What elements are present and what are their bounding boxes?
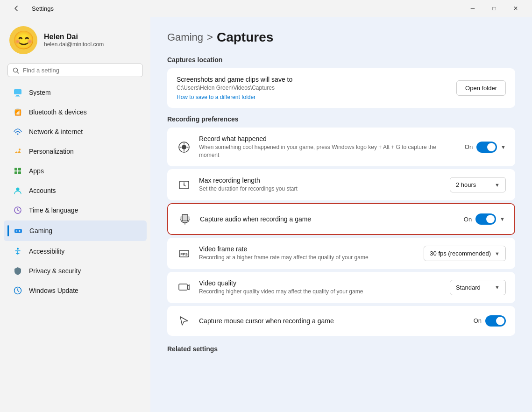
svg-rect-27 xyxy=(179,284,187,290)
sidebar-item-bluetooth-label: Bluetooth & devices xyxy=(29,108,87,116)
svg-line-1 xyxy=(17,71,19,73)
capture-mouse-card: Capture mouse cursor when recording a ga… xyxy=(167,306,515,336)
svg-rect-10 xyxy=(18,168,21,170)
search-icon xyxy=(13,67,19,74)
max-recording-length-value: 2 hours xyxy=(456,181,476,188)
max-recording-length-dropdown[interactable]: 2 hours ▼ xyxy=(450,177,506,192)
svg-text:FPS: FPS xyxy=(180,252,188,256)
max-recording-length-row: Max recording length Set the duration fo… xyxy=(167,169,515,200)
recording-preferences-title: Recording preferences xyxy=(167,115,515,123)
video-quality-icon xyxy=(177,280,192,295)
capture-audio-label: Capture audio when recording a game xyxy=(200,215,456,223)
capture-mouse-text: Capture mouse cursor when recording a ga… xyxy=(199,317,466,325)
record-what-happened-desc: When something cool happened in your gam… xyxy=(199,143,457,159)
open-folder-button[interactable]: Open folder xyxy=(456,80,506,96)
sidebar-item-windows-update-label: Windows Update xyxy=(29,287,78,294)
svg-text:📶: 📶 xyxy=(14,109,21,116)
captures-location-row: Screenshots and game clips will save to … xyxy=(167,68,515,108)
record-what-happened-chevron[interactable]: ▼ xyxy=(501,144,506,150)
svg-rect-11 xyxy=(14,171,17,174)
video-frame-rate-label: Video frame rate xyxy=(199,245,416,253)
apps-icon xyxy=(13,166,22,176)
sidebar-item-accessibility-label: Accessibility xyxy=(29,248,64,255)
privacy-icon xyxy=(13,266,22,276)
titlebar: Settings ─ □ ✕ xyxy=(0,0,532,17)
sidebar: 😊 Helen Dai helen.dai@minitool.com Syste… xyxy=(0,17,150,412)
video-quality-text: Video quality Recording higher quality v… xyxy=(199,279,442,296)
svg-point-17 xyxy=(17,248,19,250)
minimize-button[interactable]: ─ xyxy=(462,0,483,17)
max-recording-length-text: Max recording length Set the duration fo… xyxy=(199,177,442,193)
captures-location-section: Captures location Screenshots and game c… xyxy=(167,56,515,108)
captures-location-link[interactable]: How to save to a different folder xyxy=(177,94,449,100)
video-frame-rate-action: 30 fps (recommended) ▼ xyxy=(424,246,506,261)
bluetooth-icon: 📶 xyxy=(13,107,22,117)
video-quality-action: Standard ▼ xyxy=(450,280,506,295)
capture-mouse-action: On xyxy=(474,315,506,327)
sidebar-item-time[interactable]: Time & language xyxy=(4,201,147,220)
search-box[interactable] xyxy=(7,64,143,77)
sidebar-item-apps[interactable]: Apps xyxy=(4,162,147,180)
content-area: Gaming > Captures Captures location Scre… xyxy=(150,17,532,412)
max-recording-length-card: Max recording length Set the duration fo… xyxy=(167,169,515,200)
max-recording-length-chevron-icon: ▼ xyxy=(495,182,500,188)
capture-mouse-row: Capture mouse cursor when recording a ga… xyxy=(167,306,515,336)
main-container: 😊 Helen Dai helen.dai@minitool.com Syste… xyxy=(0,17,532,412)
search-input[interactable] xyxy=(23,67,138,74)
avatar-emoji: 😊 xyxy=(13,31,35,49)
breadcrumb-separator: > xyxy=(207,31,213,43)
breadcrumb: Gaming > Captures xyxy=(167,30,515,45)
video-frame-rate-icon: FPS xyxy=(177,246,192,261)
sidebar-item-personalization[interactable]: Personalization xyxy=(4,142,147,161)
sidebar-item-windows-update[interactable]: Windows Update xyxy=(4,281,147,300)
video-frame-rate-value: 30 fps (recommended) xyxy=(430,250,491,257)
sidebar-item-system-label: System xyxy=(29,89,51,96)
video-frame-rate-card: FPS Video frame rate Recording at a high… xyxy=(167,238,515,269)
sidebar-item-personalization-label: Personalization xyxy=(29,148,74,155)
sidebar-item-gaming-label: Gaming xyxy=(29,227,52,234)
svg-point-13 xyxy=(16,188,20,191)
svg-rect-2 xyxy=(14,89,21,94)
max-recording-length-action: 2 hours ▼ xyxy=(450,177,506,192)
record-what-happened-row: Record what happened When something cool… xyxy=(167,128,515,167)
svg-point-20 xyxy=(182,145,186,149)
sidebar-item-accessibility[interactable]: Accessibility xyxy=(4,242,147,261)
captures-location-action: Open folder xyxy=(456,80,506,96)
sidebar-item-accounts[interactable]: Accounts xyxy=(4,181,147,200)
captures-location-path: C:\Users\Helen Green\Videos\Captures xyxy=(177,84,449,92)
maximize-button[interactable]: □ xyxy=(483,0,505,17)
capture-audio-chevron[interactable]: ▼ xyxy=(500,216,505,222)
sidebar-item-gaming[interactable]: Gaming xyxy=(4,220,147,241)
capture-audio-row: Capture audio when recording a game On ▼ xyxy=(168,204,514,234)
recording-preferences-section: Recording preferences Record what happen… xyxy=(167,115,515,336)
captures-location-label: Screenshots and game clips will save to xyxy=(177,76,449,83)
window-controls: ─ □ ✕ xyxy=(462,0,526,17)
sidebar-item-bluetooth[interactable]: 📶 Bluetooth & devices xyxy=(4,103,147,121)
svg-point-16 xyxy=(16,230,17,231)
captures-location-text: Screenshots and game clips will save to … xyxy=(177,76,449,100)
svg-rect-4 xyxy=(15,96,20,97)
accessibility-icon xyxy=(13,247,22,256)
record-what-happened-toggle[interactable] xyxy=(476,142,497,153)
record-what-happened-text: Record what happened When something cool… xyxy=(199,135,457,159)
close-button[interactable]: ✕ xyxy=(505,0,526,17)
video-quality-desc: Recording higher quality video may affec… xyxy=(199,288,442,296)
video-quality-dropdown[interactable]: Standard ▼ xyxy=(450,280,506,295)
video-frame-rate-dropdown[interactable]: 30 fps (recommended) ▼ xyxy=(424,246,506,261)
avatar: 😊 xyxy=(9,26,37,54)
video-quality-chevron-icon: ▼ xyxy=(495,284,500,290)
video-frame-rate-chevron-icon: ▼ xyxy=(495,251,500,256)
capture-audio-toggle[interactable] xyxy=(475,213,496,225)
accounts-icon xyxy=(13,186,22,195)
svg-rect-9 xyxy=(14,168,17,170)
sidebar-item-system[interactable]: System xyxy=(4,83,147,102)
svg-rect-12 xyxy=(18,171,21,174)
record-what-happened-icon xyxy=(177,140,192,155)
breadcrumb-parent[interactable]: Gaming xyxy=(167,31,203,43)
svg-point-7 xyxy=(17,134,19,135)
capture-mouse-toggle[interactable] xyxy=(485,315,506,327)
sidebar-item-privacy[interactable]: Privacy & security xyxy=(4,262,147,280)
back-button[interactable] xyxy=(6,0,27,17)
breadcrumb-current: Captures xyxy=(217,30,273,45)
sidebar-item-network[interactable]: Network & internet xyxy=(4,122,147,141)
